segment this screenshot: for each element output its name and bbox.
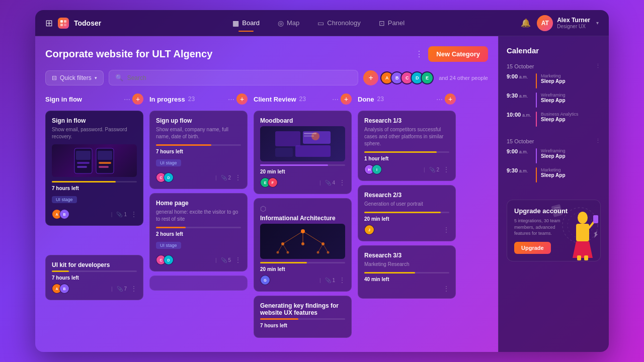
svg-line-19 bbox=[283, 231, 303, 244]
progress-bar-wrap bbox=[260, 318, 345, 320]
card-title: Home page bbox=[156, 200, 241, 207]
card-title: UI kit for developers bbox=[52, 261, 137, 268]
card-options-button[interactable]: ⋮ bbox=[443, 166, 449, 173]
svg-point-27 bbox=[281, 242, 284, 245]
card-infarch: ⬡ Informational Architecture bbox=[254, 198, 352, 292]
card-research-1: Research 1/3 Analysis of competitors suc… bbox=[358, 111, 456, 181]
col-count: 23 bbox=[299, 96, 306, 103]
col-options-icon[interactable]: ⋯ bbox=[124, 96, 130, 103]
add-card-button[interactable]: + bbox=[132, 94, 143, 105]
tag: UI stage bbox=[156, 159, 181, 166]
avatar: F bbox=[268, 177, 278, 188]
card-title: Sign in flow bbox=[52, 117, 137, 124]
card-title: Research 2/3 bbox=[364, 192, 449, 199]
svg-rect-3 bbox=[64, 24, 66, 26]
card-options-button[interactable]: ⋮ bbox=[339, 277, 345, 284]
svg-rect-41 bbox=[577, 255, 581, 260]
card-footer-right: | 📎 2 ⋮ bbox=[215, 174, 241, 181]
avatar: J bbox=[364, 225, 374, 235]
event-time: 10:00 a.m. bbox=[507, 112, 532, 118]
grid-icon[interactable]: ⊞ bbox=[45, 18, 53, 29]
right-sidebar: Calendar 15 October ⋮ 9:00 a.m. Marketin… bbox=[498, 36, 609, 352]
tab-board[interactable]: ▦ Board bbox=[224, 15, 268, 31]
card-options-button[interactable]: ⋮ bbox=[131, 211, 137, 218]
card-options-button[interactable]: ⋮ bbox=[443, 285, 449, 292]
svg-rect-15 bbox=[295, 145, 331, 157]
tab-panel[interactable]: ⊡ Panel bbox=[371, 15, 413, 31]
infarch-image bbox=[260, 224, 345, 259]
svg-rect-7 bbox=[77, 166, 87, 168]
event-bar bbox=[536, 73, 537, 88]
progress-bar-wrap bbox=[364, 151, 449, 153]
add-people-button[interactable]: + bbox=[363, 70, 378, 85]
svg-rect-18 bbox=[304, 135, 314, 137]
time-left: 20 min left bbox=[260, 266, 345, 272]
board-title: Corporate website for ULT Algency bbox=[45, 48, 212, 60]
card-avatars: H I bbox=[364, 164, 382, 174]
col-header: Done 23 ⋯ + bbox=[358, 94, 456, 105]
calendar-options-button[interactable]: ⋮ bbox=[595, 138, 601, 144]
col-options-icon[interactable]: ⋯ bbox=[436, 96, 443, 103]
card-footer-right: | 📎 1 ⋮ bbox=[111, 211, 137, 218]
column-in-progress: In progress 23 ⋯ + Sign up flow Show ema… bbox=[149, 94, 248, 338]
search-input[interactable] bbox=[127, 74, 352, 81]
progress-bar-wrap bbox=[156, 144, 241, 146]
upgrade-button[interactable]: Upgrade bbox=[514, 242, 551, 254]
user-profile[interactable]: AT Alex Turner Designer UX ▾ bbox=[537, 15, 599, 31]
svg-point-35 bbox=[568, 213, 593, 238]
tab-panel-label: Panel bbox=[388, 19, 405, 27]
add-card-button[interactable]: + bbox=[341, 94, 352, 105]
board-options-button[interactable]: ⋮ bbox=[415, 49, 423, 59]
card-footer: C D | 📎 2 ⋮ bbox=[156, 172, 241, 183]
card-moodboard: Moodboard bbox=[254, 111, 352, 194]
col-title: Client Review bbox=[254, 96, 296, 103]
avatar: AT bbox=[537, 15, 553, 31]
card-footer: A B | 📎 7 ⋮ bbox=[52, 284, 137, 294]
card-footer-right: | 📎 4 ⋮ bbox=[319, 179, 345, 186]
card-avatars: A B bbox=[52, 284, 69, 294]
card-options-button[interactable]: ⋮ bbox=[443, 226, 449, 233]
notifications-button[interactable]: 🔔 bbox=[521, 18, 531, 28]
col-options-icon[interactable]: ⋯ bbox=[228, 96, 234, 103]
new-category-button[interactable]: New Category bbox=[428, 46, 488, 62]
card-options-button[interactable]: ⋮ bbox=[131, 285, 137, 292]
svg-rect-0 bbox=[60, 20, 63, 23]
card-options-button[interactable]: ⋮ bbox=[339, 179, 345, 186]
event-bar bbox=[536, 112, 537, 127]
card-options-button[interactable]: ⋮ bbox=[235, 174, 241, 181]
time-value: 7 hours left bbox=[52, 186, 79, 191]
card-title: Research 3/3 bbox=[364, 252, 449, 259]
time-value: 7 hours left bbox=[52, 275, 79, 281]
card-findings: Generating key findings for website UX f… bbox=[254, 296, 352, 338]
calendar-options-button[interactable]: ⋮ bbox=[595, 63, 601, 69]
tab-map[interactable]: ◎ Map bbox=[270, 15, 307, 31]
progress-bar-wrap bbox=[52, 270, 137, 272]
card-options-button[interactable]: ⋮ bbox=[235, 256, 241, 263]
event-title: Sleep App bbox=[541, 117, 579, 122]
board-header: Corporate website for ULT Algency ⋮ New … bbox=[45, 46, 488, 62]
event-info: Wireframing Sleep App bbox=[541, 148, 566, 159]
col-options-icon[interactable]: ⋯ bbox=[332, 96, 339, 103]
svg-rect-39 bbox=[593, 215, 598, 223]
col-header: Sign in flow ⋯ + bbox=[45, 94, 143, 105]
add-card-button[interactable]: + bbox=[445, 94, 456, 105]
attachments-count: 📎 4 bbox=[325, 180, 335, 186]
mockup-image bbox=[52, 144, 137, 177]
avatar: E bbox=[421, 71, 434, 84]
tab-chronology[interactable]: ▭ Chronology bbox=[309, 15, 369, 31]
logo-area: ⊞ Todoser bbox=[45, 18, 101, 29]
upgrade-title: Upgrade account bbox=[514, 207, 593, 215]
svg-rect-11 bbox=[99, 166, 109, 168]
card-footer: E F | 📎 4 ⋮ bbox=[260, 177, 345, 188]
avatar: B bbox=[59, 284, 69, 294]
avatar: G bbox=[260, 275, 270, 285]
and-others-text: and 24 other people bbox=[439, 75, 488, 81]
add-card-button[interactable]: + bbox=[236, 94, 248, 105]
event-info: Marketing Sleep App bbox=[541, 167, 566, 178]
col-count: 23 bbox=[377, 96, 384, 103]
card-title: Sign up flow bbox=[156, 117, 241, 124]
progress-bar bbox=[260, 164, 328, 166]
progress-bar bbox=[260, 318, 298, 320]
quick-filters-button[interactable]: ⊟ Quick filters ▾ bbox=[45, 70, 104, 85]
progress-bar bbox=[52, 181, 116, 183]
